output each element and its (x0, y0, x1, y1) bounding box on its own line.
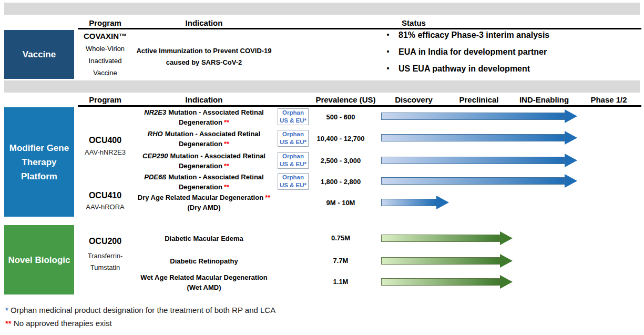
prevalence-value: 1,800 - 2,800 (311, 178, 371, 186)
status-bullet: • EUA in India for development partner (377, 47, 625, 57)
no-therapy-stars: ** (224, 162, 229, 170)
indication-row-dr: Diabetic Retinopathy (125, 256, 283, 266)
program-name-covaxin: COVAXIN™ (78, 32, 132, 40)
indication-row-pde6b: PDE6ßMutation - Associated Retinal Degen… (125, 172, 283, 192)
status-bullet: • 81% efficacy Phase-3 interim analysis (377, 31, 625, 40)
pipeline-slide: Program Indication Status Vaccine COVAXI… (0, 0, 644, 335)
program-sub-line: Inactivated (78, 55, 132, 67)
progress-arrow-nr2e3 (381, 109, 577, 124)
indication-row-rho: RHOMutation - Associated Retinal Degener… (125, 129, 283, 149)
progress-arrow-dry-amd (381, 195, 449, 210)
no-therapy-stars: ** (224, 183, 229, 191)
pipeline-header-phase-preclinical: Preclinical (447, 95, 510, 104)
no-therapy-stars: ** (224, 140, 229, 148)
prevalence-value: 2,500 - 3,000 (311, 157, 371, 165)
prevalence-value: 1.1M (311, 278, 371, 286)
covaxin-indication: Active Immunization to Prevent COVID-19 … (130, 45, 278, 68)
progress-arrow-wet-amd (381, 275, 513, 289)
bullet-icon: • (377, 31, 398, 40)
program-ocu200: OCU200 Transferrin- Tumstatin (78, 237, 132, 273)
category-box-vaccine: Vaccine (4, 30, 74, 79)
prevalence-value: 9M - 10M (311, 199, 371, 207)
prevalence-value: 10,400 - 12,700 (311, 135, 371, 143)
pipeline-header-phase-discovery: Discovery (382, 95, 445, 104)
progress-arrow-dr (381, 253, 513, 268)
footnote-no-therapies: ** No approved therapies exist (5, 319, 112, 328)
program-ocu400: OCU400 AAV-hNR2E3 (78, 136, 132, 156)
indication-row-dry-amd: Dry Age Related Macular Degeneration** (… (125, 192, 283, 212)
category-box-novel-biologic: Novel Biologic (4, 225, 74, 295)
prevalence-value: 7.7M (311, 257, 371, 265)
progress-arrow-pde6b (381, 174, 577, 188)
orphan-badge: Orphan US & EU* (278, 152, 309, 169)
progress-arrow-dme (381, 231, 513, 246)
category-box-gene-therapy: Modifier Gene Therapy Platform (4, 107, 74, 217)
vaccine-header-rule (78, 28, 641, 29)
pipeline-header-rule (78, 105, 641, 107)
covaxin-status-list: • 81% efficacy Phase-3 interim analysis … (377, 31, 625, 81)
gene-name: NR2E3 (144, 108, 166, 116)
gene-name: RHO (148, 130, 163, 138)
vaccine-header-indication: Indication (158, 18, 250, 27)
indication-row-cep290: CEP290Mutation - Associated Retinal Dege… (125, 151, 283, 171)
program-sub-line: Whole-Virion (78, 43, 132, 55)
program-sub-line: Vaccine (78, 67, 132, 79)
pipeline-header-phase-ind-enabling: IND-Enabling (507, 95, 581, 104)
bullet-icon: • (377, 47, 398, 57)
section-divider-bar (4, 80, 640, 93)
progress-arrow-cep290 (381, 153, 577, 168)
footnote-marker-red: ** (5, 319, 12, 328)
category-label-vaccine: Vaccine (23, 47, 56, 62)
footnote-orphan: * Orphan medicinal product designation f… (5, 306, 275, 314)
no-therapy-stars: ** (224, 118, 229, 126)
vaccine-header-status: Status (368, 18, 459, 27)
prevalence-value: 0.75M (311, 234, 371, 242)
pipeline-header-program: Program (79, 95, 131, 104)
top-divider-bar (4, 3, 640, 15)
prevalence-value: 500 - 600 (311, 113, 371, 121)
status-bullet: • US EUA pathway in development (377, 64, 625, 74)
progress-arrow-rho (381, 130, 577, 145)
no-therapy-stars: ** (265, 194, 270, 201)
gene-name: PDE6ß (144, 173, 166, 181)
category-label-line: Platform (9, 169, 69, 184)
category-label-line: Modifier Gene (9, 141, 69, 155)
pipeline-header-indication: Indication (158, 95, 250, 104)
indication-row-wet-amd: Wet Age Related Macular Degeneration (We… (125, 272, 283, 292)
program-ocu410: OCU410 AAV-hRORA (78, 191, 132, 211)
vaccine-header-program: Program (79, 18, 131, 27)
indication-row-nr2e3: NR2E3Mutation - Associated Retinal Degen… (125, 107, 283, 127)
gene-name: CEP290 (142, 152, 168, 160)
orphan-badge: Orphan US & EU* (278, 173, 309, 190)
indication-row-dme: Diabetic Macular Edema (125, 234, 283, 243)
orphan-badge: Orphan US & EU* (278, 108, 309, 125)
pipeline-header-prevalence: Prevalence (US) (308, 95, 384, 104)
category-label-novel-biologic: Novel Biologic (8, 253, 70, 267)
orphan-badge: Orphan US & EU* (278, 130, 309, 147)
pipeline-header-phase-1-2: Phase 1/2 (577, 95, 640, 104)
bullet-icon: • (377, 64, 398, 74)
category-label-line: Therapy (9, 155, 69, 169)
